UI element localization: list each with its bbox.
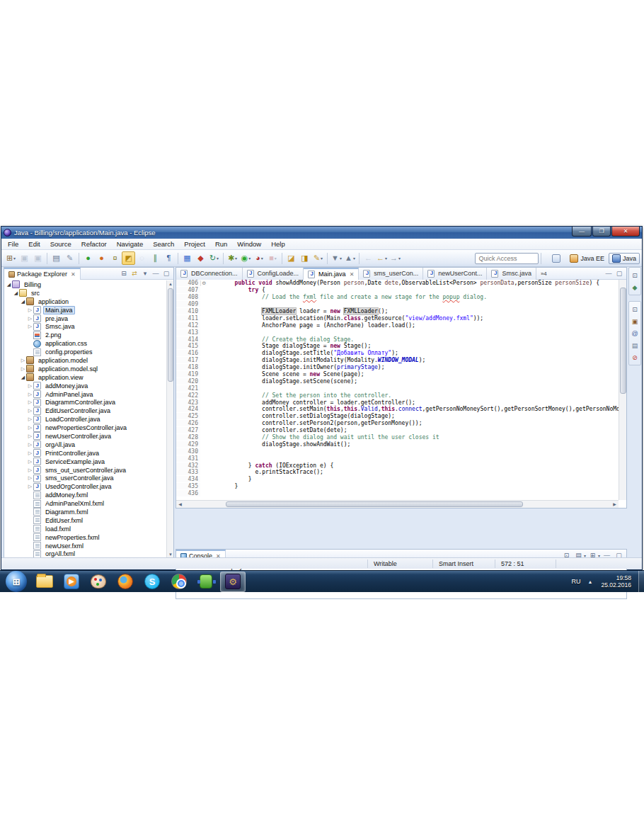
media-player-icon[interactable]	[59, 572, 84, 592]
tree-item-addmoney-java[interactable]: ▷addMoney.java	[4, 382, 166, 390]
ide-app-icon[interactable]: ⚙	[220, 572, 246, 592]
fold-collapse-icon[interactable]: ⊖	[200, 280, 207, 286]
menu-refactor[interactable]: Refactor	[76, 239, 112, 249]
tree-item-edituser-fxml[interactable]: EditUser.fxml	[4, 516, 166, 525]
expand-arrow-icon[interactable]: ▷	[27, 459, 33, 465]
stop-icon[interactable]: ■▾	[266, 251, 280, 265]
skype-icon[interactable]: S	[139, 572, 165, 592]
dropdown-arrow-icon[interactable]: ▾	[275, 256, 277, 261]
collapse-arrow-icon[interactable]: ◢	[6, 282, 12, 288]
chrome-icon[interactable]	[166, 572, 192, 592]
run-icon[interactable]: ◉▾	[239, 251, 253, 265]
dropdown-arrow-icon[interactable]: ▾	[353, 256, 355, 261]
tray-expand-icon[interactable]: ▲	[588, 579, 593, 584]
javadoc-view-icon[interactable]: @	[630, 328, 640, 339]
tree-item-application[interactable]: ◢application	[4, 297, 166, 306]
close-window-button[interactable]: ✕	[611, 227, 640, 237]
editor-vscroll-thumb[interactable]	[620, 288, 626, 394]
scroll-left-icon[interactable]: ◀	[176, 501, 184, 509]
language-indicator[interactable]: RU	[572, 578, 581, 585]
dropdown-arrow-icon[interactable]: ▾	[340, 256, 342, 261]
tree-item-2-png[interactable]: 2.png	[4, 331, 166, 339]
annotation-prev-icon[interactable]: ▲▾	[343, 251, 357, 265]
open-perspective-button[interactable]	[549, 254, 565, 263]
tree-item-application-view[interactable]: ◢application.view	[4, 373, 166, 382]
annotation-next-icon[interactable]: ▼▾	[330, 251, 343, 265]
explorer-scrollbar-thumb[interactable]	[168, 288, 173, 382]
minimize-window-button[interactable]: —	[572, 227, 592, 237]
clock[interactable]: 19:58 25.02.2016	[601, 574, 631, 589]
dropdown-arrow-icon[interactable]: ▾	[385, 256, 387, 261]
collapse-all-icon[interactable]: ⊟	[119, 268, 129, 278]
expand-arrow-icon[interactable]: ▷	[27, 383, 33, 389]
menu-file[interactable]: File	[3, 239, 23, 249]
hidden-tabs-indicator[interactable]: »4	[536, 271, 551, 277]
expand-arrow-icon[interactable]: ▷	[27, 307, 33, 313]
new-wizard-icon[interactable]: ⊞▾	[4, 251, 18, 265]
editor-tab-sms-usercon-[interactable]: sms_userCon...	[359, 268, 423, 280]
perspective-javaee-button[interactable]: Java EE	[567, 254, 607, 263]
tree-item-newuser-fxml[interactable]: newUser.fxml	[4, 542, 166, 550]
editor-tab-configloade-[interactable]: ConfigLoade...	[243, 268, 304, 280]
highlight-tool-icon[interactable]: ◩	[122, 251, 135, 265]
tree-item-serviceexample-java[interactable]: ▷ServiceExample.java	[4, 458, 166, 466]
tree-item-application-model-sql[interactable]: ▷application.model.sql	[4, 365, 166, 373]
expand-arrow-icon[interactable]: ▷	[27, 433, 33, 439]
device-icon[interactable]	[193, 572, 219, 592]
expand-arrow-icon[interactable]: ▷	[27, 408, 33, 414]
expand-arrow-icon[interactable]: ▷	[27, 442, 33, 448]
save-icon[interactable]: ▣	[18, 251, 31, 265]
debug-ui-icon[interactable]: ●	[81, 251, 95, 265]
dropdown-arrow-icon[interactable]: ▾	[13, 256, 16, 261]
expand-arrow-icon[interactable]: ▷	[27, 392, 33, 397]
select-tool-icon[interactable]: ✎	[63, 251, 76, 265]
dropdown-arrow-icon[interactable]: ▾	[321, 256, 323, 261]
tree-item-smsc-java[interactable]: ▷Smsc.java	[4, 322, 166, 331]
editor-tab-dbconnection-[interactable]: DBConnection...	[176, 268, 243, 280]
close-view-icon[interactable]: ✕	[71, 271, 76, 278]
firefox-icon[interactable]	[113, 572, 138, 592]
menu-edit[interactable]: Edit	[23, 239, 45, 249]
external-tools-icon[interactable]: ●	[95, 251, 108, 265]
expand-arrow-icon[interactable]: ▷	[20, 358, 26, 363]
tree-item-newpropertiescontroller-java[interactable]: ▷newPropertiesController.java	[4, 424, 166, 432]
sign-icon[interactable]: ¤	[108, 251, 122, 265]
expand-arrow-icon[interactable]: ▷	[27, 425, 33, 431]
expand-arrow-icon[interactable]: ▷	[20, 366, 26, 372]
scroll-right-icon[interactable]: ▶	[611, 501, 619, 509]
menu-help[interactable]: Help	[266, 239, 290, 249]
tree-item-pre-java[interactable]: ▷pre.java	[4, 314, 166, 323]
forward-history-icon[interactable]: →▾	[389, 251, 402, 265]
open-resource-icon[interactable]: ◨	[298, 251, 311, 265]
expand-arrow-icon[interactable]: ▷	[27, 467, 33, 473]
tree-item-loadcontroller-java[interactable]: ▷LoadController.java	[4, 415, 166, 424]
dropdown-arrow-icon[interactable]: ▾	[235, 256, 237, 261]
editor-tab-newusercont-[interactable]: newUserCont...	[423, 268, 487, 280]
debug-icon[interactable]: ✱▾	[226, 251, 239, 265]
editor-horizontal-scrollbar[interactable]: ◀ ▶	[176, 500, 619, 508]
minimize-icon[interactable]: —	[604, 268, 614, 278]
perspective-java-button[interactable]: Java	[609, 253, 640, 264]
expand-arrow-icon[interactable]: ▷	[27, 416, 33, 422]
tree-item-printcontroller-java[interactable]: ▷PrintController.java	[4, 449, 166, 458]
expand-arrow-icon[interactable]: ▷	[27, 316, 33, 322]
dropdown-arrow-icon[interactable]: ▾	[261, 256, 263, 261]
explorer-icon[interactable]	[32, 572, 57, 592]
tree-item-adminpanelxml-fxml[interactable]: AdminPanelXml.fxml	[4, 499, 166, 508]
task-list-view-icon[interactable]: ◆	[630, 282, 640, 292]
menu-run[interactable]: Run	[210, 239, 232, 249]
show-whitespace-icon[interactable]: ¶	[162, 251, 176, 265]
tree-item-load-fxml[interactable]: load.fxml	[4, 525, 166, 533]
tree-item-application-css[interactable]: application.css	[4, 339, 166, 348]
editor-hscroll-thumb[interactable]	[226, 501, 523, 507]
package-explorer-tab[interactable]: Package Explorer ✕	[4, 268, 81, 280]
scroll-up-icon[interactable]: ▲	[167, 280, 174, 288]
back-history-icon[interactable]: ←▾	[375, 251, 389, 265]
editor-vertical-scrollbar[interactable]	[619, 280, 626, 500]
declaration-view-icon[interactable]: ▤	[630, 340, 640, 351]
back-icon[interactable]: ←	[362, 251, 375, 265]
maximize-window-button[interactable]: ❐	[592, 227, 611, 237]
tree-item-sms-usercontroller-java[interactable]: ▷sms_userController.java	[4, 474, 166, 482]
tree-item-adminpanel-java[interactable]: ▷AdminPanel.java	[4, 390, 166, 399]
menu-navigate[interactable]: Navigate	[112, 239, 149, 249]
